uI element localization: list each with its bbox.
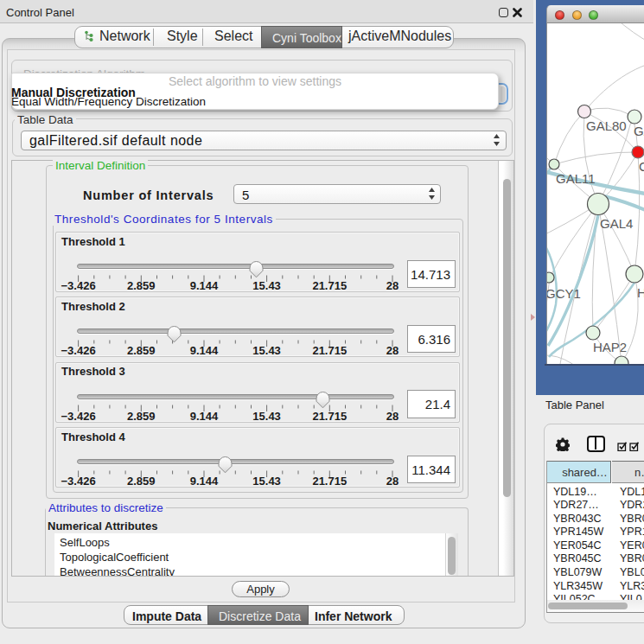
svg-text:C: C: [639, 159, 644, 174]
svg-text:GAL80: GAL80: [586, 118, 627, 133]
svg-text:H: H: [637, 285, 644, 300]
svg-text:GCY1: GCY1: [547, 286, 581, 301]
svg-text:GA: GA: [634, 124, 644, 138]
svg-text:HAP2: HAP2: [593, 340, 627, 354]
svg-text:GAL4: GAL4: [600, 216, 633, 231]
svg-text:GAL11: GAL11: [556, 171, 596, 186]
